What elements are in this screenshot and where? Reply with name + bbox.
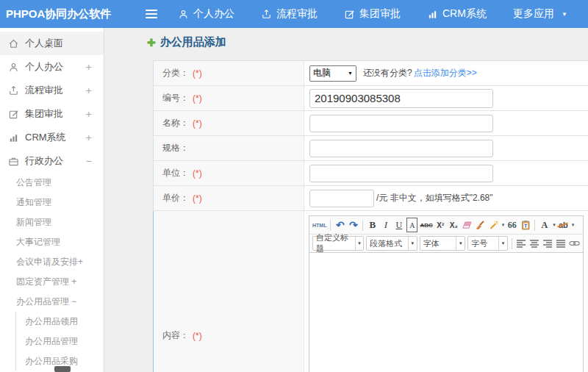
caret-down-icon: ▼ <box>348 71 353 76</box>
topnav-more-apps[interactable]: 更多应用 <box>513 7 554 21</box>
caret-down-icon[interactable]: ▾ <box>572 222 575 228</box>
chart-icon <box>427 9 438 20</box>
sidebar-subitem-meetings[interactable]: 会议申请及安排+ <box>0 252 104 272</box>
caret-down-icon[interactable]: ▾ <box>502 222 505 228</box>
supplies-submenu: 办公用品领用 办公用品管理 办公用品采购 <box>15 312 104 371</box>
sidebar-subitem-events[interactable]: 大事记管理 <box>0 232 104 252</box>
expand-toggle[interactable]: + <box>86 108 92 120</box>
category-label: 分类： (*) <box>154 61 304 85</box>
home-icon <box>7 37 19 49</box>
html-source-button[interactable]: HTML <box>312 218 326 232</box>
custom-title-select[interactable]: 自定义标题 ▾ <box>312 236 364 251</box>
caret-down-icon[interactable]: ▾ <box>553 222 556 228</box>
supply-add-form: 分类： (*) 电脑 ▼ 还没有分类? 点击添加分类>> 编号： (*) <box>153 60 588 372</box>
name-input[interactable] <box>309 115 493 132</box>
category-select[interactable]: 电脑 ▼ <box>309 65 356 82</box>
add-plus-icon: ✚ <box>147 37 156 49</box>
underline-button[interactable]: U <box>393 218 404 232</box>
scrollbar-thumb[interactable] <box>54 366 71 372</box>
subscript-button[interactable]: X₂ <box>448 218 459 232</box>
strikethrough-button[interactable]: ABC <box>420 218 432 232</box>
unit-input[interactable] <box>309 165 493 182</box>
caret-down-icon: ▾ <box>456 237 465 250</box>
font-style-button[interactable]: A <box>406 218 417 232</box>
sidebar-subitem-supplies-use[interactable]: 办公用品领用 <box>16 312 104 332</box>
sidebar-item-crm[interactable]: CRM系统 + <box>0 126 104 149</box>
link-icon[interactable] <box>569 236 580 251</box>
paste-text-icon[interactable] <box>520 218 531 232</box>
add-category-link[interactable]: 点击添加分类>> <box>414 67 477 79</box>
align-center-icon[interactable] <box>529 236 540 251</box>
form-row-name: 名称： (*) <box>153 111 588 136</box>
rich-text-editor: HTML ↶ ↷ B I U A ABC X² X₂ <box>309 215 584 372</box>
caret-down-icon[interactable]: ▼ <box>562 11 567 18</box>
topnav-group-approval[interactable]: 集团审批 <box>344 7 401 21</box>
form-row-spec: 规格： <box>153 136 588 161</box>
sidebar-subitem-announcements[interactable]: 公告管理 <box>0 173 104 193</box>
editor-toolbar-row2: 自定义标题 ▾ 段落格式 ▾ 字体 ▾ 字号 ▾ <box>309 235 583 253</box>
sidebar-item-workflow-approval[interactable]: 流程审批 + <box>0 79 104 102</box>
price-input[interactable] <box>309 190 374 207</box>
sidebar-item-personal-office[interactable]: 个人办公 + <box>0 55 104 79</box>
font-family-select[interactable]: 字体 ▾ <box>420 236 465 251</box>
spec-input[interactable] <box>309 140 493 157</box>
code-input[interactable] <box>309 89 493 108</box>
sidebar-item-admin-office[interactable]: 行政办公 − <box>0 149 104 173</box>
sidebar-subitem-office-supplies[interactable]: 办公用品管理 − <box>0 292 104 312</box>
sidebar-item-desktop[interactable]: 个人桌面 <box>0 32 104 55</box>
code-label: 编号： (*) <box>154 86 304 110</box>
sidebar-item-group-approval[interactable]: 集团审批 + <box>0 102 104 126</box>
eraser-icon[interactable] <box>462 218 473 232</box>
paragraph-format-select[interactable]: 段落格式 ▾ <box>366 236 417 251</box>
highlight-color-button[interactable]: ab <box>558 218 569 232</box>
collapse-toggle[interactable]: − <box>86 155 92 167</box>
expand-toggle[interactable]: + <box>86 61 92 73</box>
undo-icon[interactable]: ↶ <box>334 218 345 232</box>
font-size-select[interactable]: 字号 ▾ <box>467 236 508 251</box>
briefcase-icon <box>7 155 19 167</box>
top-bar: PHPOA协同办公软件 个人办公 流程审批 集团审批 CRM系统 更多应用 ▼ <box>0 0 588 28</box>
sidebar-subitem-notices[interactable]: 通知管理 <box>0 193 104 212</box>
topnav-workflow-approval[interactable]: 流程审批 <box>261 7 318 21</box>
caret-down-icon: ▾ <box>408 237 417 250</box>
autotypeset-wand-icon[interactable] <box>488 218 499 232</box>
unit-label: 单位： (*) <box>154 161 304 185</box>
format-painter-icon[interactable] <box>475 218 486 232</box>
blockquote-button[interactable]: 66 <box>506 218 517 232</box>
required-mark: (*) <box>193 168 202 179</box>
italic-button[interactable]: I <box>380 218 391 232</box>
editor-content[interactable] <box>309 253 583 372</box>
expand-toggle[interactable]: + <box>86 132 92 143</box>
sidebar: 个人桌面 个人办公 + 流程审批 + 集团审批 + CRM系统 + 行政办公 −… <box>0 28 104 372</box>
form-row-content: 内容： (*) HTML ↶ ↷ B I U A ABC <box>153 211 588 372</box>
align-justify-icon[interactable] <box>556 236 567 251</box>
bold-button[interactable]: B <box>367 218 378 232</box>
expand-toggle[interactable]: + <box>86 85 92 96</box>
app-logo: PHPOA协同办公软件 <box>0 7 104 21</box>
superscript-button[interactable]: X² <box>435 218 446 232</box>
redo-icon[interactable]: ↷ <box>348 218 359 232</box>
topnav-crm[interactable]: CRM系统 <box>427 7 487 21</box>
align-left-icon[interactable] <box>516 236 527 251</box>
user-icon <box>178 9 189 20</box>
upload-icon <box>7 85 19 96</box>
user-icon <box>7 61 19 73</box>
align-right-icon[interactable] <box>542 236 553 251</box>
price-label: 单价： (*) <box>154 186 304 210</box>
font-color-button[interactable]: A <box>539 218 550 232</box>
required-mark: (*) <box>193 118 202 129</box>
required-mark: (*) <box>193 331 202 341</box>
sidebar-subitem-news[interactable]: 新闻管理 <box>0 212 104 232</box>
content-label: 内容： (*) <box>154 211 304 372</box>
main-content: ✚ 办公用品添加 分类： (*) 电脑 ▼ 还没有分类? 点击添加分类>> 编号… <box>104 28 588 372</box>
sidebar-subitem-supplies-manage[interactable]: 办公用品管理 <box>16 332 104 351</box>
spec-label: 规格： <box>154 136 304 160</box>
form-row-code: 编号： (*) <box>153 86 588 111</box>
sidebar-subitem-fixed-assets[interactable]: 固定资产管理 + <box>0 272 104 292</box>
form-row-price: 单价： (*) /元 非中文，如填写格式"2.68" <box>153 186 588 211</box>
hamburger-menu-icon[interactable] <box>146 7 159 21</box>
required-mark: (*) <box>193 93 202 104</box>
form-row-category: 分类： (*) 电脑 ▼ 还没有分类? 点击添加分类>> <box>153 61 588 86</box>
topnav-personal-office[interactable]: 个人办公 <box>178 7 234 21</box>
required-mark: (*) <box>193 193 202 204</box>
